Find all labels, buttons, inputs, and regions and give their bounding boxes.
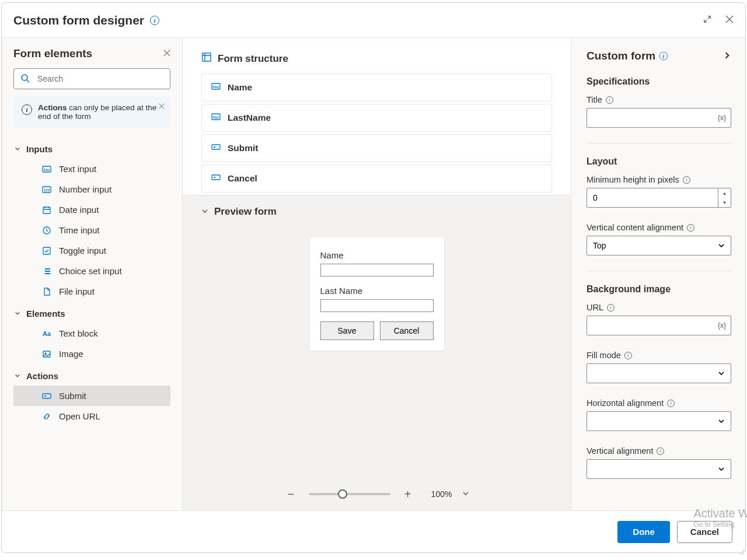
preview-button[interactable]: Save (320, 321, 374, 340)
preview-title: Preview form (214, 206, 277, 218)
category-header[interactable]: Elements (13, 304, 170, 323)
chevron-down-icon (201, 207, 208, 216)
structure-row-label: LastName (228, 113, 271, 123)
abc-icon: Abc (211, 112, 221, 124)
spin-up-icon[interactable]: ▲ (718, 188, 731, 198)
info-icon[interactable]: i (607, 304, 615, 312)
preview-header[interactable]: Preview form (201, 206, 552, 218)
preview-button[interactable]: Cancel (380, 321, 434, 340)
element-item[interactable]: File input (13, 281, 170, 302)
cancel-button[interactable]: Cancel (677, 521, 732, 543)
element-item[interactable]: Choice set input (13, 261, 170, 281)
form-structure-title: Form structure (218, 53, 288, 65)
element-label: File input (59, 286, 95, 296)
element-item[interactable]: 123Number input (13, 179, 170, 200)
structure-row-label: Name (228, 82, 252, 93)
layout-section: Layout (587, 156, 731, 167)
spin-down-icon[interactable]: ▼ (718, 198, 731, 207)
info-icon[interactable]: i (667, 400, 675, 407)
Aa-icon: Aa (41, 329, 52, 338)
titlebar: Custom form designer i (2, 3, 745, 38)
svg-point-10 (45, 353, 46, 354)
structure-row[interactable]: Submit (201, 134, 552, 162)
category-header[interactable]: Actions (13, 366, 170, 386)
vert-align-select[interactable] (587, 459, 731, 479)
check-icon (41, 246, 52, 256)
info-icon[interactable]: i (657, 447, 664, 455)
preview-field-label: Last Name (320, 286, 434, 296)
list-icon (41, 267, 52, 276)
chevron-down-icon (15, 310, 20, 318)
min-height-input[interactable]: ▲▼ (587, 188, 731, 208)
element-label: Text input (59, 164, 96, 174)
element-item[interactable]: Image (13, 344, 170, 364)
element-item[interactable]: Submit (13, 386, 170, 406)
preview-input[interactable] (320, 299, 434, 312)
element-item[interactable]: AaText block (13, 323, 170, 344)
svg-rect-5 (43, 207, 50, 214)
search-icon (20, 74, 30, 85)
search-input[interactable] (13, 68, 170, 89)
chevron-down-icon (15, 372, 20, 380)
element-item[interactable]: Time input (13, 220, 170, 240)
preview-input[interactable] (320, 264, 434, 276)
form-structure-icon (201, 52, 212, 65)
zoom-out-button[interactable]: − (284, 487, 298, 501)
variable-picker-icon[interactable]: {x} (718, 114, 726, 122)
banner-strong: Actions (38, 103, 67, 112)
element-item[interactable]: Date input (13, 200, 170, 220)
info-icon[interactable]: i (606, 96, 613, 104)
structure-row[interactable]: Cancel (201, 164, 552, 192)
category-header[interactable]: Inputs (13, 139, 170, 159)
dialog-footer: Done Cancel (2, 510, 745, 552)
zoom-chevron-icon[interactable] (462, 489, 469, 499)
element-item[interactable]: Toggle input (13, 240, 170, 261)
structure-row-label: Cancel (228, 173, 257, 184)
info-icon[interactable]: i (150, 16, 159, 25)
cal-icon (41, 205, 52, 215)
img-icon (41, 349, 52, 359)
zoom-slider[interactable] (309, 493, 390, 495)
svg-rect-12 (203, 53, 211, 61)
v-align-select[interactable]: Top (587, 236, 731, 256)
element-label: Open URL (59, 411, 100, 421)
info-icon[interactable]: i (687, 224, 694, 232)
url-label: URLi (587, 303, 731, 312)
svg-rect-11 (43, 394, 51, 398)
preview-field-label: Name (320, 250, 434, 260)
fill-mode-select[interactable] (587, 363, 731, 383)
title-label: Titlei (587, 95, 731, 104)
chevron-right-icon[interactable] (723, 50, 731, 62)
info-icon[interactable]: i (624, 352, 632, 359)
svg-text:Abc: Abc (212, 85, 219, 89)
file-icon (41, 287, 52, 296)
info-icon[interactable]: i (659, 52, 668, 60)
expand-icon[interactable] (703, 15, 711, 26)
variable-picker-icon[interactable]: {x} (718, 321, 726, 330)
close-panel-icon[interactable] (163, 48, 170, 59)
svg-text:Aa: Aa (43, 330, 51, 337)
title-input[interactable]: {x} (587, 108, 731, 128)
element-item[interactable]: AbcText input (13, 159, 170, 179)
element-label: Submit (59, 391, 86, 401)
info-banner: i Actions can only be placed at the end … (13, 96, 170, 128)
zoom-in-button[interactable]: + (401, 487, 415, 501)
element-item[interactable]: Open URL (13, 406, 170, 426)
form-elements-panel: Form elements i Actions can only be plac… (2, 38, 183, 510)
structure-row[interactable]: AbcLastName (201, 104, 552, 132)
svg-rect-7 (43, 247, 50, 254)
close-icon[interactable] (725, 15, 734, 26)
h-align-select[interactable] (587, 411, 731, 431)
chevron-down-icon (15, 145, 20, 153)
properties-heading: Custom form (587, 50, 655, 62)
vert-align-label: Vertical alignmenti (587, 446, 731, 456)
done-button[interactable]: Done (617, 521, 670, 543)
specifications-section: Specifications (587, 76, 731, 87)
structure-row[interactable]: AbcName (201, 74, 552, 102)
dismiss-banner-icon[interactable] (159, 102, 165, 111)
svg-rect-17 (212, 145, 220, 149)
info-icon[interactable]: i (683, 176, 690, 184)
background-section: Background image (587, 284, 731, 295)
url-input[interactable]: {x} (587, 316, 731, 335)
fill-mode-label: Fill modei (587, 351, 731, 360)
